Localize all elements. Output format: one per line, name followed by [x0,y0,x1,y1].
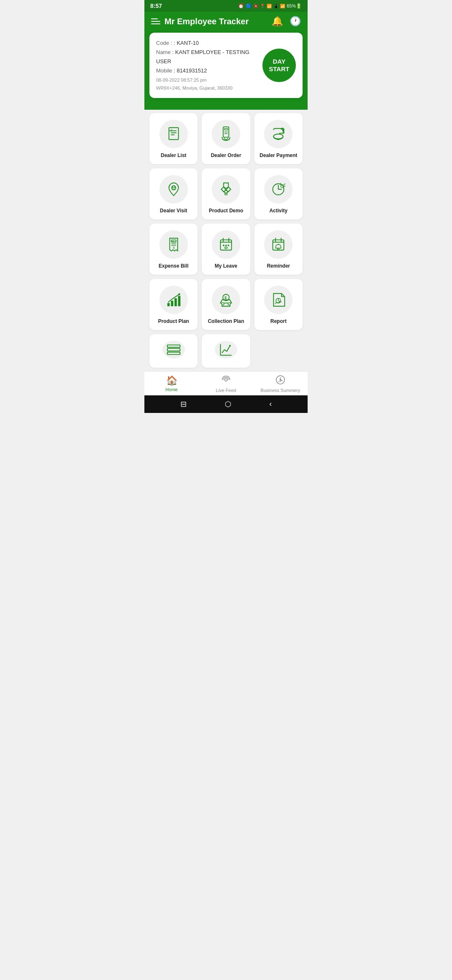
expense-bill-icon-circle: BILL $ [159,230,188,259]
my-leave-label: My Leave [215,263,237,269]
employee-card: Code : : KANT-10 Name : KANT EMPLOYEE - … [149,33,303,98]
business-summary-nav-label: Business Summery [261,388,300,393]
android-back-icon[interactable]: ⊟ [180,400,187,409]
svg-rect-27 [273,240,284,250]
svg-point-40 [228,302,231,305]
day-start-button[interactable]: DAYSTART [262,49,296,82]
code-value: KANT-10 [177,40,199,46]
nav-home[interactable]: 🏠 Home [144,375,199,392]
history-icon[interactable]: 🕐 [290,16,301,27]
svg-rect-36 [178,296,180,306]
dealer-payment-label: Dealer Payment [259,152,297,158]
grid-item-activity[interactable]: Activity [254,168,303,219]
svg-point-46 [229,345,231,346]
product-plan-icon [166,292,182,308]
android-home-icon[interactable]: ⬡ [225,400,231,409]
mobile-value: 8141931512 [177,67,207,74]
main-grid: Dealer List Dealer Order [144,110,308,371]
svg-point-8 [274,134,283,139]
grid-item-report[interactable]: Report [254,279,303,330]
dealer-list-label: Dealer List [161,152,186,158]
grid-item-collection-plan[interactable]: $ Collection Plan [202,279,250,330]
notification-icon[interactable]: 🔔 [272,16,283,27]
business-summary-grid-icon [218,342,234,358]
home-nav-label: Home [165,387,177,392]
my-leave-icon-circle [212,230,240,259]
grid-item-reminder[interactable]: Reminder [254,224,303,275]
activity-icon [270,181,286,197]
collection-plan-icon: $ [218,292,234,308]
svg-point-25 [228,245,229,246]
svg-point-49 [280,379,281,381]
expense-bill-icon: BILL $ [166,237,182,253]
business-summary-grid-icon-circle [215,341,237,358]
reminder-icon [270,237,286,253]
dealer-payment-icon [270,126,286,142]
grid-item-dealer-visit[interactable]: Dealer Visit [149,168,198,219]
my-leave-icon [218,237,234,253]
dealer-payment-icon-circle [264,120,293,148]
live-feed-nav-icon [221,375,231,387]
svg-point-31 [277,248,279,250]
nav-live-feed[interactable]: Live Feed [199,375,253,393]
grid-item-product-demo[interactable]: Product Demo [202,168,250,219]
grid-item-my-leave[interactable]: My Leave [202,224,250,275]
hamburger-menu[interactable] [151,18,160,24]
collection-plan-icon-circle: $ [212,286,240,314]
dealer-order-label: Dealer Order [211,152,241,158]
app-title: Mr Employee Tracker [164,17,249,26]
grid-item-dealer-order[interactable]: Dealer Order [202,113,250,164]
svg-text:$: $ [173,245,175,249]
live-feed-nav-label: Live Feed [216,388,236,393]
svg-point-9 [172,186,176,190]
grid-item-dealer-list[interactable]: Dealer List [149,113,198,164]
product-demo-icon [218,181,234,197]
bottom-nav: 🏠 Home Live Feed Business Summery [144,371,308,395]
svg-rect-0 [169,128,178,140]
svg-point-47 [225,379,227,381]
app-header: Mr Employee Tracker 🔔 🕐 [144,12,308,33]
product-plan-icon-circle [159,286,188,314]
svg-rect-43 [167,345,180,347]
svg-point-24 [225,245,227,246]
nav-business-summary[interactable]: Business Summery [253,375,308,393]
svg-rect-44 [167,348,180,351]
svg-text:$: $ [224,295,227,300]
location: WR9X+246, Moviya, Gujarat, 360330 [156,84,262,92]
status-bar: 8:57 ⏰ 🔵 🔕 📍 📶 📱 📶 65%🔋 [144,0,308,12]
live-feed-grid-icon-circle [162,341,185,358]
svg-rect-45 [167,352,180,354]
dealer-order-icon [218,126,234,142]
status-time: 8:57 [150,3,162,9]
dealer-list-icon-circle [159,120,188,148]
employee-info: Code : : KANT-10 Name : KANT EMPLOYEE - … [156,39,262,92]
grid-item-expense-bill[interactable]: BILL $ Expense Bill [149,224,198,275]
svg-rect-33 [167,303,170,306]
report-icon [270,292,286,308]
dealer-visit-label: Dealer Visit [160,208,187,214]
activity-label: Activity [270,208,288,214]
grid-item-dealer-payment[interactable]: Dealer Payment [254,113,303,164]
grid-item-live-feed[interactable] [149,334,198,368]
svg-rect-11 [225,193,227,195]
dealer-visit-icon [166,181,182,197]
code-label: Code : [156,40,172,46]
product-demo-label: Product Demo [209,208,243,214]
dealer-order-icon-circle [212,120,240,148]
activity-icon-circle [264,175,293,204]
grid-item-product-plan[interactable]: Product Plan [149,279,198,330]
svg-point-23 [223,245,224,246]
reminder-icon-circle [264,230,293,259]
svg-rect-5 [224,128,228,130]
live-feed-grid-icon [166,342,182,358]
expense-bill-label: Expense Bill [159,263,188,269]
grid-item-business-summary[interactable] [202,334,250,368]
timestamp: 08-09-2022 08:57:25 pm [156,76,262,84]
dealer-visit-icon-circle [159,175,188,204]
mobile-label: Mobile [156,67,172,74]
report-icon-circle [264,286,293,314]
report-label: Report [270,318,287,324]
product-plan-label: Product Plan [158,318,189,324]
colon2: : [172,49,175,55]
android-recent-icon[interactable]: ‹ [270,400,272,408]
